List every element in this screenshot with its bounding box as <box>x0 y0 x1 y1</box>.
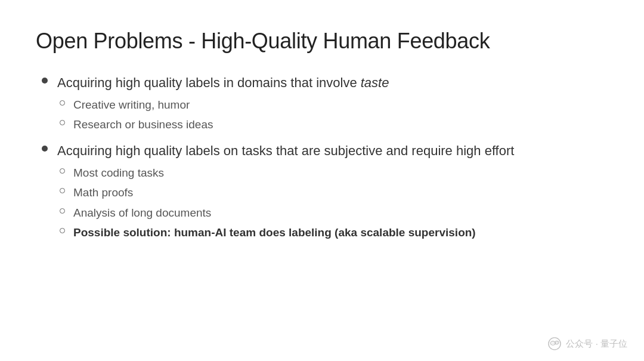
bullet-item-1: Acquiring high quality labels in domains… <box>42 73 608 136</box>
bullet-dot-2 <box>42 146 48 152</box>
sub-item-2-4: Possible solution: human-AI team does la… <box>60 224 514 241</box>
sub-text-1-1: Creative writing, humor <box>73 96 190 113</box>
sub-dot-2-3 <box>60 208 65 214</box>
sub-item-2-2: Math proofs <box>60 184 514 201</box>
sub-item-2-3: Analysis of long documents <box>60 204 514 221</box>
sub-item-2-1: Most coding tasks <box>60 164 514 181</box>
svg-point-5 <box>556 343 556 343</box>
sub-text-2-4-bold: Possible solution: human-AI team does la… <box>73 226 476 239</box>
bullet-2-content: Acquiring high quality labels on tasks t… <box>57 141 514 244</box>
sub-item-1-1: Creative writing, humor <box>60 96 389 113</box>
bullet-item-2: Acquiring high quality labels on tasks t… <box>42 141 608 244</box>
bullet-1-text: Acquiring high quality labels in domains… <box>57 75 389 90</box>
main-bullet-list: Acquiring high quality labels in domains… <box>42 73 608 244</box>
sub-dot-1-2 <box>60 120 65 125</box>
wechat-icon <box>548 337 561 350</box>
sub-dot-1-1 <box>60 100 65 106</box>
sub-text-2-2: Math proofs <box>73 184 133 201</box>
sub-list-2: Most coding tasks Math proofs Analysis o… <box>60 164 514 242</box>
sub-dot-2-1 <box>60 168 65 174</box>
sub-text-2-4: Possible solution: human-AI team does la… <box>73 224 476 241</box>
slide-title: Open Problems - High-Quality Human Feedb… <box>36 29 608 54</box>
sub-text-1-2: Research or business ideas <box>73 116 213 133</box>
svg-point-4 <box>553 343 554 343</box>
sub-list-1: Creative writing, humor Research or busi… <box>60 96 389 134</box>
watermark: 公众号 · 量子位 <box>548 337 627 350</box>
bullet-1-main: Acquiring high quality labels in domains… <box>57 75 361 90</box>
svg-point-6 <box>557 343 558 343</box>
svg-point-3 <box>552 343 553 343</box>
bullet-1-italic: taste <box>361 75 389 90</box>
bullet-2-text: Acquiring high quality labels on tasks t… <box>57 143 514 158</box>
sub-text-2-3: Analysis of long documents <box>73 204 211 221</box>
bullet-dot-1 <box>42 78 48 84</box>
sub-dot-2-4 <box>60 228 65 233</box>
slide: Open Problems - High-Quality Human Feedb… <box>0 0 644 361</box>
bullet-1-content: Acquiring high quality labels in domains… <box>57 73 389 136</box>
sub-text-2-1: Most coding tasks <box>73 164 164 181</box>
watermark-text: 公众号 · 量子位 <box>566 338 627 350</box>
slide-content: Acquiring high quality labels in domains… <box>36 73 608 244</box>
sub-dot-2-2 <box>60 188 65 193</box>
sub-item-1-2: Research or business ideas <box>60 116 389 133</box>
